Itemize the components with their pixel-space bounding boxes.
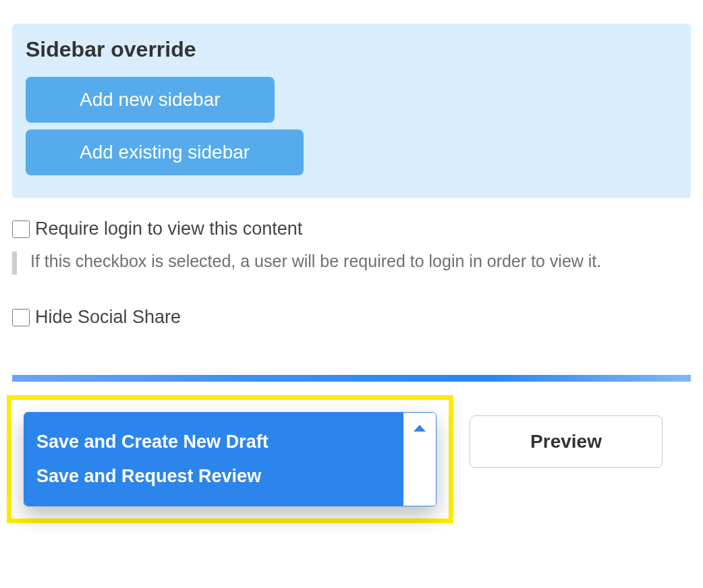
require-login-label[interactable]: Require login to view this content	[35, 218, 302, 239]
content-form: Sidebar override Add new sidebar Add exi…	[0, 24, 703, 550]
save-split-button: Save and Create New Draft Save and Reque…	[24, 412, 437, 506]
require-login-help: If this checkbox is selected, a user wil…	[12, 252, 691, 274]
require-login-help-text: If this checkbox is selected, a user wil…	[30, 252, 601, 271]
add-existing-sidebar-button[interactable]: Add existing sidebar	[26, 129, 304, 175]
section-divider	[12, 375, 691, 382]
sidebar-override-panel: Sidebar override Add new sidebar Add exi…	[12, 24, 691, 198]
hide-social-label[interactable]: Hide Social Share	[35, 307, 181, 328]
save-actions-highlight: Save and Create New Draft Save and Reque…	[7, 395, 453, 523]
hide-social-row: Hide Social Share	[12, 307, 691, 328]
save-split-main: Save and Create New Draft Save and Reque…	[24, 413, 403, 506]
caret-up-icon	[414, 425, 426, 432]
form-actions: Save and Create New Draft Save and Reque…	[12, 382, 691, 523]
sidebar-override-title: Sidebar override	[26, 37, 677, 62]
preview-button[interactable]: Preview	[470, 415, 663, 468]
save-create-new-draft-option[interactable]: Save and Create New Draft	[36, 425, 391, 459]
add-new-sidebar-button[interactable]: Add new sidebar	[26, 77, 275, 123]
require-login-checkbox[interactable]	[12, 220, 30, 238]
help-accent-bar	[12, 252, 17, 274]
save-request-review-option[interactable]: Save and Request Review	[36, 459, 391, 494]
save-split-toggle[interactable]	[403, 413, 436, 506]
require-login-row: Require login to view this content	[12, 218, 691, 239]
hide-social-checkbox[interactable]	[12, 309, 30, 326]
